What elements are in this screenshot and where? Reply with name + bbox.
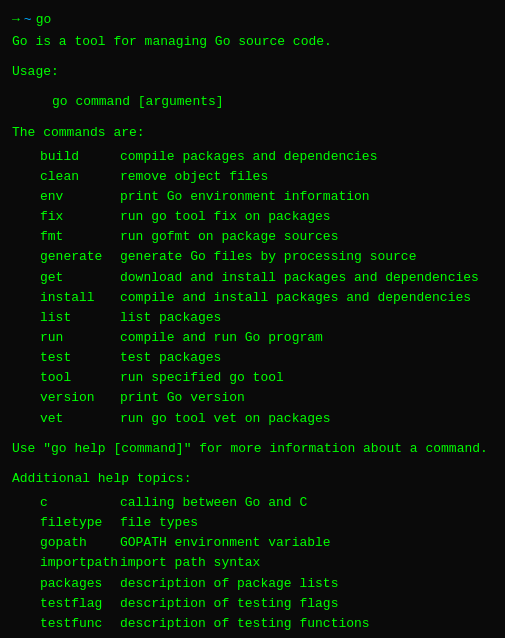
command-desc: compile packages and dependencies bbox=[120, 147, 377, 167]
prompt-command: go bbox=[36, 10, 52, 30]
topic-name: filetype bbox=[40, 513, 120, 533]
topic-name: gopath bbox=[40, 533, 120, 553]
command-name: install bbox=[40, 288, 120, 308]
command-desc: print Go environment information bbox=[120, 187, 370, 207]
usage-label: Usage: bbox=[12, 62, 493, 82]
list-item: importpathimport path syntax bbox=[12, 553, 493, 573]
list-item: versionprint Go version bbox=[12, 388, 493, 408]
command-desc: compile and run Go program bbox=[120, 328, 323, 348]
command-name: env bbox=[40, 187, 120, 207]
prompt-arrow: → bbox=[12, 10, 20, 30]
topic-desc: calling between Go and C bbox=[120, 493, 307, 513]
topic-desc: file types bbox=[120, 513, 198, 533]
commands-table: buildcompile packages and dependenciescl… bbox=[12, 147, 493, 429]
prompt-line: → ~ go bbox=[12, 10, 493, 30]
command-desc: print Go version bbox=[120, 388, 245, 408]
command-desc: test packages bbox=[120, 348, 221, 368]
list-item: cleanremove object files bbox=[12, 167, 493, 187]
list-item: installcompile and install packages and … bbox=[12, 288, 493, 308]
command-name: run bbox=[40, 328, 120, 348]
command-desc: list packages bbox=[120, 308, 221, 328]
topic-desc: description of testing functions bbox=[120, 614, 370, 634]
usage-example: go command [arguments] bbox=[12, 92, 493, 112]
command-desc: run gofmt on package sources bbox=[120, 227, 338, 247]
topic-name: packages bbox=[40, 574, 120, 594]
command-name: fmt bbox=[40, 227, 120, 247]
topics-table: ccalling between Go and Cfiletypefile ty… bbox=[12, 493, 493, 634]
topic-desc: import path syntax bbox=[120, 553, 260, 573]
additional-label: Additional help topics: bbox=[12, 469, 493, 489]
list-item: ccalling between Go and C bbox=[12, 493, 493, 513]
topic-desc: GOPATH environment variable bbox=[120, 533, 331, 553]
list-item: fmtrun gofmt on package sources bbox=[12, 227, 493, 247]
list-item: testfuncdescription of testing functions bbox=[12, 614, 493, 634]
list-item: getdownload and install packages and dep… bbox=[12, 268, 493, 288]
command-name: clean bbox=[40, 167, 120, 187]
command-name: tool bbox=[40, 368, 120, 388]
topic-name: importpath bbox=[40, 553, 120, 573]
commands-section: The commands are: buildcompile packages … bbox=[12, 123, 493, 429]
command-desc: run go tool vet on packages bbox=[120, 409, 331, 429]
intro-text: Go is a tool for managing Go source code… bbox=[12, 32, 493, 52]
list-item: envprint Go environment information bbox=[12, 187, 493, 207]
list-item: filetypefile types bbox=[12, 513, 493, 533]
additional-section: Additional help topics: ccalling between… bbox=[12, 469, 493, 634]
list-item: listlist packages bbox=[12, 308, 493, 328]
command-desc: download and install packages and depend… bbox=[120, 268, 479, 288]
prompt-tilde: ~ bbox=[24, 10, 32, 30]
list-item: vetrun go tool vet on packages bbox=[12, 409, 493, 429]
command-desc: run specified go tool bbox=[120, 368, 284, 388]
command-name: generate bbox=[40, 247, 120, 267]
list-item: testtest packages bbox=[12, 348, 493, 368]
list-item: gopathGOPATH environment variable bbox=[12, 533, 493, 553]
terminal-output: → ~ go Go is a tool for managing Go sour… bbox=[12, 10, 493, 638]
list-item: buildcompile packages and dependencies bbox=[12, 147, 493, 167]
list-item: runcompile and run Go program bbox=[12, 328, 493, 348]
help-command-text: Use "go help [command]" for more informa… bbox=[12, 439, 493, 459]
list-item: packagesdescription of package lists bbox=[12, 574, 493, 594]
command-name: get bbox=[40, 268, 120, 288]
usage-section: Usage: go command [arguments] bbox=[12, 62, 493, 112]
topic-desc: description of testing flags bbox=[120, 594, 338, 614]
topic-name: testfunc bbox=[40, 614, 120, 634]
topic-name: c bbox=[40, 493, 120, 513]
command-desc: compile and install packages and depende… bbox=[120, 288, 471, 308]
command-desc: remove object files bbox=[120, 167, 268, 187]
command-name: build bbox=[40, 147, 120, 167]
command-name: vet bbox=[40, 409, 120, 429]
command-name: fix bbox=[40, 207, 120, 227]
list-item: testflagdescription of testing flags bbox=[12, 594, 493, 614]
list-item: toolrun specified go tool bbox=[12, 368, 493, 388]
command-desc: run go tool fix on packages bbox=[120, 207, 331, 227]
command-desc: generate Go files by processing source bbox=[120, 247, 416, 267]
command-name: test bbox=[40, 348, 120, 368]
list-item: fixrun go tool fix on packages bbox=[12, 207, 493, 227]
list-item: generategenerate Go files by processing … bbox=[12, 247, 493, 267]
topic-desc: description of package lists bbox=[120, 574, 338, 594]
topic-name: testflag bbox=[40, 594, 120, 614]
command-name: version bbox=[40, 388, 120, 408]
commands-label: The commands are: bbox=[12, 123, 493, 143]
command-name: list bbox=[40, 308, 120, 328]
